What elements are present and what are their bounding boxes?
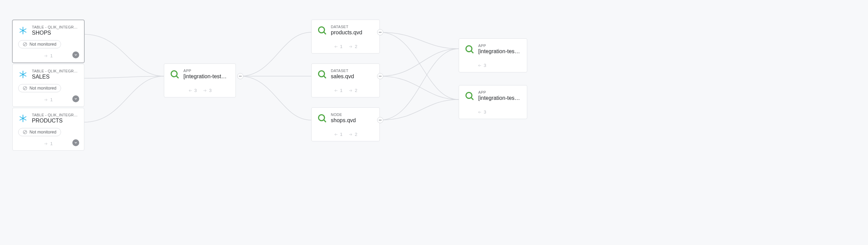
outgoing-count: 1 [44, 97, 52, 102]
qlik-icon [317, 25, 327, 35]
outgoing-count: 1 [44, 53, 52, 58]
arrow-left-icon [334, 89, 338, 93]
chevron-down-icon [74, 97, 77, 101]
outgoing-count: 2 [349, 88, 357, 93]
qlik-icon [465, 91, 474, 101]
node-kicker: NODE [331, 113, 374, 117]
edges-layer [0, 0, 868, 245]
collapse-junction[interactable] [377, 117, 383, 123]
arrow-right-icon [203, 89, 207, 93]
incoming-count: 1 [334, 44, 342, 49]
incoming-count: 3 [478, 63, 486, 68]
node-kicker: APP [478, 90, 521, 94]
svg-line-25 [324, 120, 325, 121]
status-label: Not monitored [29, 130, 57, 135]
node-title: [integration-test… [478, 48, 521, 55]
qlik-icon [317, 113, 327, 123]
snowflake-icon [18, 114, 28, 123]
outgoing-count: 2 [349, 132, 357, 137]
svg-point-9 [23, 74, 24, 75]
table-node-shops[interactable]: TABLE - QLIK_INTEGRATION_TES… SHOPS Not … [12, 20, 84, 63]
incoming-count: 3 [478, 109, 486, 115]
node-title: [integration-test… [183, 73, 230, 80]
node-title: [integration-test… [478, 95, 521, 101]
node-kicker: TABLE - QLIK_INTEGRATION_TES… [32, 69, 79, 73]
arrow-left-icon [334, 45, 338, 49]
node-kicker: TABLE - QLIK_INTEGRATION_TES… [32, 25, 79, 29]
node-title: PRODUCTS [32, 118, 79, 124]
node-title: products.qvd [331, 30, 374, 36]
arrow-right-icon [44, 142, 48, 146]
collapse-junction[interactable] [377, 73, 383, 79]
snowflake-icon [18, 26, 28, 35]
arrow-right-icon [349, 45, 353, 49]
expand-button[interactable] [72, 139, 79, 146]
arrow-left-icon [334, 132, 338, 137]
app-node-bottom[interactable]: APP [integration-test… 3 [459, 85, 527, 119]
not-monitored-icon [23, 42, 27, 47]
node-kicker: DATASET [331, 69, 374, 73]
table-node-products[interactable]: TABLE - QLIK_INTEGRATION_TES… PRODUCTS N… [12, 108, 84, 151]
node-kicker: APP [183, 69, 230, 73]
svg-line-29 [471, 97, 473, 99]
outgoing-count: 1 [44, 141, 52, 146]
status-label: Not monitored [29, 42, 57, 47]
svg-line-19 [176, 76, 178, 78]
node-kicker: DATASET [331, 25, 374, 29]
incoming-count: 1 [334, 88, 342, 93]
app-node-middle[interactable]: APP [integration-test… 3 3 [164, 63, 236, 97]
expand-button[interactable] [72, 95, 79, 102]
table-node-sales[interactable]: TABLE - QLIK_INTEGRATION_TES… SALES Not … [12, 64, 84, 107]
svg-line-11 [24, 87, 26, 90]
incoming-count: 1 [334, 132, 342, 137]
incoming-count: 3 [188, 88, 197, 93]
lineage-canvas[interactable]: TABLE - QLIK_INTEGRATION_TES… SHOPS Not … [0, 0, 868, 245]
chevron-down-icon [74, 53, 77, 57]
svg-line-27 [471, 51, 473, 52]
not-monitored-icon [23, 86, 27, 91]
arrow-left-icon [188, 89, 192, 93]
svg-point-3 [23, 30, 24, 31]
status-pill[interactable]: Not monitored [18, 128, 61, 136]
node-kicker: APP [478, 44, 521, 48]
app-node-top[interactable]: APP [integration-test… 3 [459, 38, 527, 72]
arrow-left-icon [478, 63, 482, 68]
outgoing-count: 3 [203, 88, 212, 93]
svg-line-23 [324, 76, 325, 78]
node-title: SHOPS [32, 30, 79, 36]
collapse-junction[interactable] [377, 29, 383, 35]
expand-button[interactable] [72, 51, 79, 58]
dataset-node-sales[interactable]: DATASET sales.qvd 1 2 [311, 63, 380, 97]
snowflake-icon [18, 70, 28, 79]
svg-line-5 [24, 43, 26, 46]
node-title: shops.qvd [331, 117, 374, 124]
status-pill[interactable]: Not monitored [18, 84, 61, 92]
arrow-left-icon [478, 110, 482, 114]
arrow-right-icon [349, 132, 353, 137]
node-title: sales.qvd [331, 73, 374, 80]
chevron-down-icon [74, 141, 77, 144]
arrow-right-icon [44, 98, 48, 102]
collapse-junction[interactable] [237, 73, 243, 79]
dataset-node-products[interactable]: DATASET products.qvd 1 2 [311, 20, 380, 54]
svg-line-17 [24, 131, 26, 133]
svg-point-15 [23, 118, 24, 119]
node-kicker: TABLE - QLIK_INTEGRATION_TES… [32, 113, 79, 117]
svg-line-21 [324, 32, 325, 34]
qlik-icon [317, 69, 327, 79]
status-pill[interactable]: Not monitored [18, 40, 61, 48]
status-label: Not monitored [29, 86, 57, 91]
not-monitored-icon [23, 130, 27, 135]
outgoing-count: 2 [349, 44, 357, 49]
dataset-node-shops[interactable]: NODE shops.qvd 1 2 [311, 107, 380, 141]
arrow-right-icon [349, 89, 353, 93]
node-title: SALES [32, 74, 79, 80]
qlik-icon [170, 69, 179, 79]
arrow-right-icon [44, 54, 48, 58]
qlik-icon [465, 44, 474, 54]
